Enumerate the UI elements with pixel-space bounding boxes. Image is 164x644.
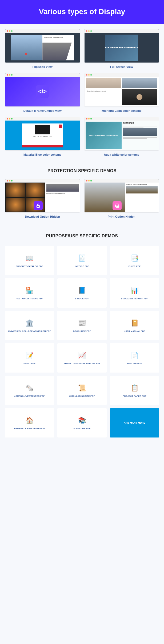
tile-icon: 📑 [130, 254, 139, 262]
svg-rect-0 [37, 205, 40, 208]
tile-icon: 🏠 [25, 416, 34, 425]
tile-icon: 🏛️ [25, 319, 34, 327]
tile-icon: 📚 [78, 416, 86, 425]
macbook-text: WHAT ARE YOU WAITING FOR? [33, 136, 52, 137]
tile-label: MEMO PDF [22, 362, 37, 365]
tile-icon: 📘 [78, 286, 86, 295]
pdf-cover-text: PDF VIEWER FOR WORDPRESS [105, 35, 138, 61]
purpose-tile-2[interactable]: 📑FLYER PDF [110, 246, 159, 275]
purpose-tile-1[interactable]: 🧾INVOICE PDF [57, 246, 107, 275]
purpose-tile-5[interactable]: 📊SEO AUDIT REPORT PDF [110, 278, 159, 308]
caption: Full screen View [110, 65, 133, 68]
caption: Default iFrame/Embed view [23, 109, 62, 112]
tile-label: BROCHURE PDF [71, 330, 93, 332]
tile-icon: 🏪 [25, 286, 34, 295]
protection-section-title: PROTECTION SPECIFIC DEMOS [0, 168, 164, 173]
flipbook-thumb: Find your way around the world [5, 29, 80, 63]
purpose-section-title: PURPOSE/USE SPECIFIC DEMOS [0, 234, 164, 238]
purpose-tile-13[interactable]: 📜CIRCULAR/NOTICE PDF [57, 376, 107, 405]
tile-icon: 📊 [130, 286, 139, 295]
caption: Print Option Hidden [108, 215, 135, 218]
download-hidden-thumb: Good food for good healthy life [5, 179, 80, 212]
aqua-thumb: PDF VIEWER FOR WORDPRESS FEATURES [85, 117, 159, 150]
tile-label: FLYER PDF [127, 265, 142, 267]
display-card-aqua[interactable]: PDF VIEWER FOR WORDPRESS FEATURES Aqua w… [85, 117, 159, 156]
purpose-tile-6[interactable]: 🏛️UNIVERSITY COLLEGE ADMISSION PDF [5, 311, 54, 340]
purpose-tile-9[interactable]: 📝MEMO PDF [5, 343, 54, 373]
purpose-tile-10[interactable]: 📈ANNUAL FINANCIAL REPORT PDF [57, 343, 107, 373]
tile-label: MAGAZINE PDF [72, 427, 92, 430]
tile-icon: 📔 [130, 319, 139, 327]
tile-label: JOURNAL/NEWSPAPER PDF [13, 395, 46, 397]
code-icon: </> [36, 85, 49, 98]
purpose-tile-8[interactable]: 📔USER MANUAL PDF [110, 311, 159, 340]
purpose-tile-17[interactable]: AND MANY MORE [110, 408, 159, 437]
caption: Material Blue color scheme [23, 153, 61, 156]
tile-label: PRODUCT CATALOG PDF [14, 265, 45, 267]
midnight-text: it's perfectly capture on moment [86, 89, 121, 105]
tile-icon: 📰 [78, 319, 86, 327]
tile-label: INVOICE PDF [73, 265, 91, 267]
purpose-tile-15[interactable]: 🏠PROPERTY BROCHURE PDF [5, 408, 54, 437]
tile-label: RESUME PDF [126, 362, 143, 365]
food-text: Good food for good healthy life [46, 193, 78, 194]
tile-icon: 🧾 [78, 254, 86, 262]
tile-label: PROPERTY BROCHURE PDF [13, 427, 46, 430]
display-card-iframe[interactable]: </> Default iFrame/Embed view [5, 73, 80, 112]
protection-card-print-hidden[interactable]: Looking at beautiful Forest capture Prin… [85, 179, 159, 218]
lock-icon [34, 201, 43, 210]
purpose-tile-14[interactable]: 📋PROJECT PAPER PDF [110, 376, 159, 405]
tile-label: USER MANUAL PDF [122, 330, 147, 332]
tile-label: CIRCULAR/NOTICE PDF [67, 395, 96, 397]
tile-icon: 📝 [25, 351, 34, 360]
aqua-cover-text: PDF VIEWER FOR WORDPRESS [86, 122, 122, 149]
tile-icon: 📄 [130, 351, 139, 360]
book-text: Find your way around the world [42, 35, 74, 43]
caption: Midnight Calm color scheme [102, 109, 142, 112]
caption: FlipBook View [33, 65, 53, 68]
display-card-fullscreen[interactable]: PDF VIEWER FOR WORDPRESS Full screen Vie… [85, 29, 159, 68]
aqua-features-title: FEATURES [123, 122, 157, 124]
tile-icon: 📈 [78, 351, 86, 360]
caption: Aqua white color scheme [104, 153, 139, 156]
print-hidden-thumb: Looking at beautiful Forest capture [85, 179, 159, 212]
tile-icon: 📋 [130, 384, 139, 392]
tile-icon: 📜 [78, 384, 86, 392]
midnight-thumb: it's perfectly capture on moment [85, 73, 159, 106]
purpose-tile-4[interactable]: 📘E-BOOK PDF [57, 278, 107, 308]
display-card-flipbook[interactable]: Find your way around the world FlipBook … [5, 29, 80, 68]
purpose-tile-7[interactable]: 📰BROCHURE PDF [57, 311, 107, 340]
iframe-thumb: </> [5, 73, 80, 106]
hero-banner: Various types of Display [0, 0, 164, 24]
tile-label: UNIVERSITY COLLEGE ADMISSION PDF [6, 330, 53, 332]
caption: Download Option Hidden [25, 215, 60, 218]
purpose-tile-11[interactable]: 📄RESUME PDF [110, 343, 159, 373]
tile-icon: 📖 [25, 254, 34, 262]
tile-label: SEO AUDIT REPORT PDF [119, 298, 150, 300]
material-blue-thumb: WHAT ARE YOU WAITING FOR? [5, 117, 80, 150]
tile-icon: 🗞️ [25, 384, 34, 392]
tile-label: E-BOOK PDF [73, 298, 90, 300]
forest-text: Looking at beautiful Forest capture [126, 184, 158, 185]
purpose-tile-12[interactable]: 🗞️JOURNAL/NEWSPAPER PDF [5, 376, 54, 405]
purpose-tile-0[interactable]: 📖PRODUCT CATALOG PDF [5, 246, 54, 275]
display-card-midnight[interactable]: it's perfectly capture on moment Midnigh… [85, 73, 159, 112]
tile-label: AND MANY MORE [122, 422, 147, 424]
protection-card-download-hidden[interactable]: Good food for good healthy life Download… [5, 179, 80, 218]
fullscreen-thumb: PDF VIEWER FOR WORDPRESS [85, 29, 159, 63]
hero-title: Various types of Display [0, 7, 164, 16]
print-disabled-icon [113, 201, 122, 210]
purpose-tile-3[interactable]: 🏪RESTAURANT MENU PDF [5, 278, 54, 308]
display-card-material-blue[interactable]: WHAT ARE YOU WAITING FOR? Material Blue … [5, 117, 80, 156]
tile-label: RESTAURANT MENU PDF [14, 298, 45, 300]
purpose-tile-16[interactable]: 📚MAGAZINE PDF [57, 408, 107, 437]
tile-label: PROJECT PAPER PDF [121, 395, 148, 397]
tile-label: ANNUAL FINANCIAL REPORT PDF [62, 362, 102, 365]
